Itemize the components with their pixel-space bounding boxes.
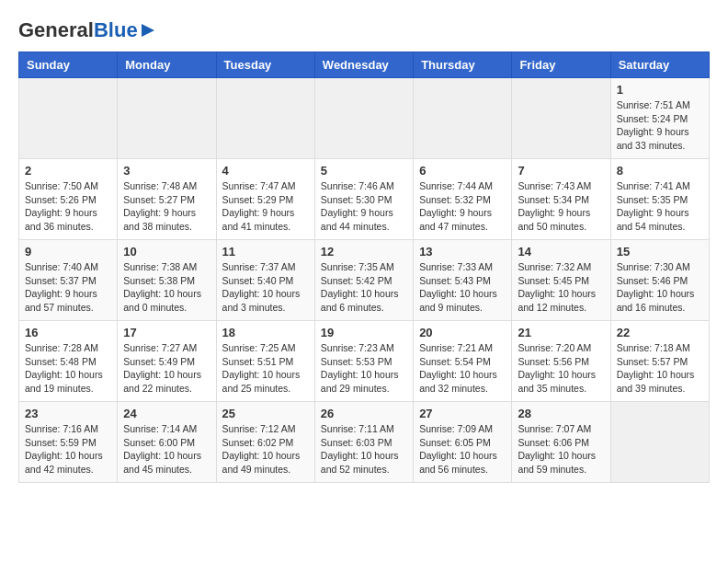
day-info: Sunrise: 7:21 AM Sunset: 5:54 PM Dayligh…	[419, 341, 506, 396]
calendar-week-row: 23Sunrise: 7:16 AM Sunset: 5:59 PM Dayli…	[19, 402, 710, 483]
weekday-header-tuesday: Tuesday	[216, 52, 314, 78]
svg-marker-0	[142, 24, 154, 37]
logo-arrow-icon	[140, 22, 156, 39]
day-info: Sunrise: 7:50 AM Sunset: 5:26 PM Dayligh…	[25, 179, 111, 234]
day-info: Sunrise: 7:12 AM Sunset: 6:02 PM Dayligh…	[222, 422, 309, 477]
day-number: 9	[25, 245, 111, 259]
calendar-cell: 6Sunrise: 7:44 AM Sunset: 5:32 PM Daylig…	[414, 159, 512, 240]
calendar-cell	[512, 78, 610, 159]
calendar-cell	[610, 402, 709, 483]
day-info: Sunrise: 7:47 AM Sunset: 5:29 PM Dayligh…	[222, 179, 309, 234]
day-number: 1	[617, 83, 703, 97]
calendar-cell: 27Sunrise: 7:09 AM Sunset: 6:05 PM Dayli…	[414, 402, 512, 483]
calendar-cell: 4Sunrise: 7:47 AM Sunset: 5:29 PM Daylig…	[216, 159, 314, 240]
day-number: 27	[419, 407, 506, 420]
day-info: Sunrise: 7:18 AM Sunset: 5:57 PM Dayligh…	[617, 341, 703, 396]
day-info: Sunrise: 7:35 AM Sunset: 5:42 PM Dayligh…	[321, 260, 407, 315]
calendar-cell: 3Sunrise: 7:48 AM Sunset: 5:27 PM Daylig…	[118, 159, 216, 240]
calendar-week-row: 1Sunrise: 7:51 AM Sunset: 5:24 PM Daylig…	[19, 78, 710, 159]
day-number: 22	[617, 326, 703, 339]
day-number: 3	[123, 164, 210, 178]
calendar-cell: 25Sunrise: 7:12 AM Sunset: 6:02 PM Dayli…	[216, 402, 314, 483]
day-info: Sunrise: 7:07 AM Sunset: 6:06 PM Dayligh…	[518, 422, 604, 477]
calendar-cell: 15Sunrise: 7:30 AM Sunset: 5:46 PM Dayli…	[610, 240, 709, 321]
day-number: 13	[419, 245, 506, 259]
day-number: 10	[123, 245, 210, 259]
logo: GeneralBlue	[18, 18, 156, 42]
calendar-cell: 2Sunrise: 7:50 AM Sunset: 5:26 PM Daylig…	[19, 159, 118, 240]
day-info: Sunrise: 7:46 AM Sunset: 5:30 PM Dayligh…	[321, 179, 407, 234]
day-number: 8	[617, 164, 703, 178]
day-info: Sunrise: 7:09 AM Sunset: 6:05 PM Dayligh…	[419, 422, 506, 477]
day-number: 17	[123, 326, 210, 339]
day-number: 5	[321, 164, 407, 178]
calendar-cell: 17Sunrise: 7:27 AM Sunset: 5:49 PM Dayli…	[118, 321, 216, 402]
calendar-week-row: 2Sunrise: 7:50 AM Sunset: 5:26 PM Daylig…	[19, 159, 710, 240]
day-info: Sunrise: 7:30 AM Sunset: 5:46 PM Dayligh…	[617, 260, 703, 315]
weekday-header-friday: Friday	[512, 52, 610, 78]
day-info: Sunrise: 7:32 AM Sunset: 5:45 PM Dayligh…	[518, 260, 604, 315]
calendar-cell: 13Sunrise: 7:33 AM Sunset: 5:43 PM Dayli…	[414, 240, 512, 321]
day-number: 6	[419, 164, 506, 178]
calendar-cell: 12Sunrise: 7:35 AM Sunset: 5:42 PM Dayli…	[314, 240, 413, 321]
weekday-header-wednesday: Wednesday	[314, 52, 413, 78]
calendar-cell	[414, 78, 512, 159]
day-info: Sunrise: 7:16 AM Sunset: 5:59 PM Dayligh…	[25, 422, 111, 477]
calendar-cell: 14Sunrise: 7:32 AM Sunset: 5:45 PM Dayli…	[512, 240, 610, 321]
day-number: 25	[222, 407, 309, 420]
day-info: Sunrise: 7:43 AM Sunset: 5:34 PM Dayligh…	[518, 179, 604, 234]
day-number: 14	[518, 245, 604, 259]
calendar-week-row: 9Sunrise: 7:40 AM Sunset: 5:37 PM Daylig…	[19, 240, 710, 321]
day-number: 11	[222, 245, 309, 259]
calendar-cell: 26Sunrise: 7:11 AM Sunset: 6:03 PM Dayli…	[314, 402, 413, 483]
calendar-cell: 21Sunrise: 7:20 AM Sunset: 5:56 PM Dayli…	[512, 321, 610, 402]
calendar-cell: 23Sunrise: 7:16 AM Sunset: 5:59 PM Dayli…	[19, 402, 118, 483]
logo-text: GeneralBlue	[18, 18, 138, 42]
weekday-header-sunday: Sunday	[19, 52, 118, 78]
day-number: 23	[25, 407, 111, 420]
calendar-cell	[314, 78, 413, 159]
logo-general: General	[18, 18, 94, 41]
calendar-cell: 22Sunrise: 7:18 AM Sunset: 5:57 PM Dayli…	[610, 321, 709, 402]
calendar-cell	[216, 78, 314, 159]
day-info: Sunrise: 7:23 AM Sunset: 5:53 PM Dayligh…	[321, 341, 407, 396]
page-header: GeneralBlue	[18, 18, 710, 42]
day-number: 20	[419, 326, 506, 339]
logo-blue-text: Blue	[94, 18, 138, 41]
day-info: Sunrise: 7:20 AM Sunset: 5:56 PM Dayligh…	[518, 341, 604, 396]
calendar-cell	[19, 78, 118, 159]
calendar-cell: 20Sunrise: 7:21 AM Sunset: 5:54 PM Dayli…	[414, 321, 512, 402]
day-number: 18	[222, 326, 309, 339]
calendar-cell: 19Sunrise: 7:23 AM Sunset: 5:53 PM Dayli…	[314, 321, 413, 402]
calendar-cell: 9Sunrise: 7:40 AM Sunset: 5:37 PM Daylig…	[19, 240, 118, 321]
day-info: Sunrise: 7:40 AM Sunset: 5:37 PM Dayligh…	[25, 260, 111, 315]
day-info: Sunrise: 7:41 AM Sunset: 5:35 PM Dayligh…	[617, 179, 703, 234]
weekday-header-thursday: Thursday	[414, 52, 512, 78]
calendar-cell: 10Sunrise: 7:38 AM Sunset: 5:38 PM Dayli…	[118, 240, 216, 321]
day-info: Sunrise: 7:14 AM Sunset: 6:00 PM Dayligh…	[123, 422, 210, 477]
calendar-cell: 24Sunrise: 7:14 AM Sunset: 6:00 PM Dayli…	[118, 402, 216, 483]
day-info: Sunrise: 7:51 AM Sunset: 5:24 PM Dayligh…	[617, 98, 703, 153]
weekday-header-saturday: Saturday	[610, 52, 709, 78]
day-number: 2	[25, 164, 111, 178]
day-number: 7	[518, 164, 604, 178]
day-info: Sunrise: 7:33 AM Sunset: 5:43 PM Dayligh…	[419, 260, 506, 315]
calendar-cell: 1Sunrise: 7:51 AM Sunset: 5:24 PM Daylig…	[610, 78, 709, 159]
day-info: Sunrise: 7:11 AM Sunset: 6:03 PM Dayligh…	[321, 422, 407, 477]
day-info: Sunrise: 7:25 AM Sunset: 5:51 PM Dayligh…	[222, 341, 309, 396]
calendar-cell: 8Sunrise: 7:41 AM Sunset: 5:35 PM Daylig…	[610, 159, 709, 240]
day-info: Sunrise: 7:27 AM Sunset: 5:49 PM Dayligh…	[123, 341, 210, 396]
calendar-cell: 7Sunrise: 7:43 AM Sunset: 5:34 PM Daylig…	[512, 159, 610, 240]
weekday-header-monday: Monday	[118, 52, 216, 78]
calendar-week-row: 16Sunrise: 7:28 AM Sunset: 5:48 PM Dayli…	[19, 321, 710, 402]
calendar-cell: 5Sunrise: 7:46 AM Sunset: 5:30 PM Daylig…	[314, 159, 413, 240]
day-number: 12	[321, 245, 407, 259]
day-info: Sunrise: 7:44 AM Sunset: 5:32 PM Dayligh…	[419, 179, 506, 234]
day-info: Sunrise: 7:38 AM Sunset: 5:38 PM Dayligh…	[123, 260, 210, 315]
day-number: 26	[321, 407, 407, 420]
calendar-cell: 11Sunrise: 7:37 AM Sunset: 5:40 PM Dayli…	[216, 240, 314, 321]
day-info: Sunrise: 7:37 AM Sunset: 5:40 PM Dayligh…	[222, 260, 309, 315]
day-number: 24	[123, 407, 210, 420]
calendar-cell	[118, 78, 216, 159]
calendar-table: SundayMondayTuesdayWednesdayThursdayFrid…	[18, 52, 710, 483]
